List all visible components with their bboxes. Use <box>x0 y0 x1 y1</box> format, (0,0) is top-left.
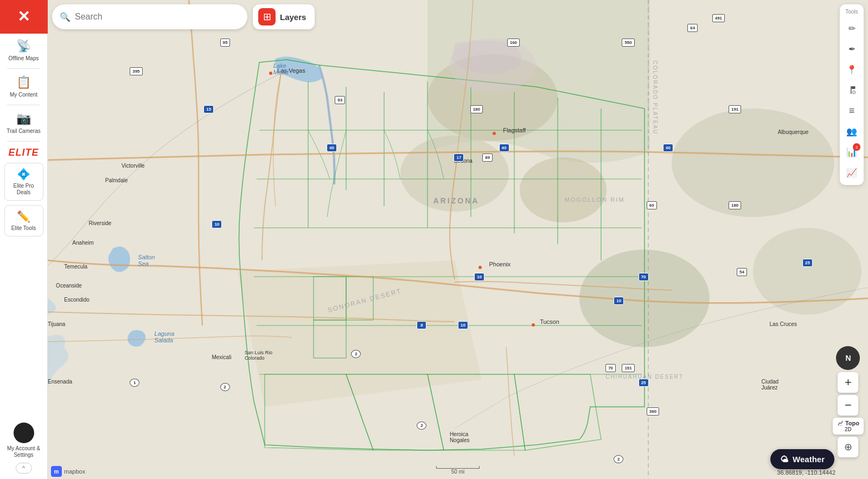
water-label-salton-sea: SaltonSea <box>138 254 155 267</box>
svg-point-5 <box>672 108 834 217</box>
layers-button[interactable]: ⊞ Layers <box>253 4 315 29</box>
zoom-out-button[interactable]: − <box>838 395 858 416</box>
tool-button-draw[interactable]: ✏ <box>842 18 861 38</box>
tool-button-chart[interactable]: 📊 3 <box>842 142 861 162</box>
scale-bar-container: 50 mi <box>436 466 480 475</box>
highway-shield-i8: 8 <box>417 321 426 329</box>
zoom-in-button[interactable]: + <box>838 372 858 393</box>
highway-shield-mex2: 2 <box>220 383 230 391</box>
highway-shield-i17: 17 <box>454 154 464 162</box>
sidebar-item-my-content[interactable]: 📋 My Content <box>0 70 48 104</box>
highway-shield-us550: 550 <box>622 39 634 47</box>
city-label-temecula: Temecula <box>64 264 87 270</box>
city-dot-flagstaff <box>493 132 496 135</box>
tool-button-waypoint[interactable]: 📍 <box>842 60 861 79</box>
map-svg <box>48 0 868 479</box>
chevron-up-icon: ^ <box>22 465 25 471</box>
highway-shield-i40-3: 40 <box>663 144 673 152</box>
divider-3 <box>7 141 40 142</box>
map-background[interactable]: Flagstaff Phoenix Sedona Tucson Las Vega… <box>48 0 868 479</box>
chart-badge: 3 <box>853 143 860 151</box>
topbar: 🔍 ⊞ Layers <box>52 4 864 29</box>
flag-icon <box>847 85 857 95</box>
tool-button-stats[interactable]: 📈 <box>842 163 861 182</box>
city-label-ciudad-juarez: CiudadJuárez <box>761 379 778 391</box>
tool-button-people[interactable]: 👥 <box>842 122 861 141</box>
highway-shield-i10-1: 10 <box>474 273 484 281</box>
collapse-sidebar-button[interactable]: ^ <box>16 463 32 474</box>
highway-shield-us70: 70 <box>605 364 616 372</box>
tool-button-pen[interactable]: ✒ <box>842 39 861 59</box>
close-button[interactable]: ✕ <box>0 0 48 34</box>
elite-tools-label: Elite Tools <box>11 225 36 232</box>
topo-sub-label: 2D <box>845 426 852 432</box>
topo-icon <box>837 420 844 426</box>
highway-shield-i25: 25 <box>639 379 649 387</box>
highway-shield-i15: 15 <box>203 105 214 113</box>
layers-icon-wrap: ⊞ <box>258 8 276 25</box>
map-controls: N + − Topo 2D ⊕ <box>833 346 864 457</box>
water-label-lake-mead: LakeMead <box>273 62 289 75</box>
tool-button-route[interactable]: ≡ <box>842 101 861 120</box>
close-icon: ✕ <box>17 9 30 24</box>
city-label-riverside: Riverside <box>89 220 112 226</box>
water-label-laguna-salada: LagunaSalada <box>155 330 175 343</box>
sidebar: ✕ 📡 Offline Maps 📋 My Content 📷 Trail Ca… <box>0 0 48 479</box>
tools-panel-title: Tools <box>845 7 858 18</box>
trail-cameras-label: Trail Cameras <box>7 128 40 135</box>
divider-1 <box>7 68 40 69</box>
highway-shield-us380: 380 <box>647 407 659 416</box>
pin-icon: 📍 <box>846 65 857 75</box>
highway-shield-i10-5: 10 <box>614 297 624 305</box>
tools-panel: Tools ✏ ✒ 📍 ≡ 👥 📊 3 📈 <box>840 4 864 185</box>
city-label-albuquerque: Albuquerque <box>778 129 809 135</box>
search-input[interactable] <box>75 12 240 22</box>
route-icon: ≡ <box>849 105 855 117</box>
sidebar-item-trail-cameras[interactable]: 📷 Trail Cameras <box>0 106 48 140</box>
highway-shield-us180-2: 180 <box>729 201 741 209</box>
sidebar-item-elite-tools[interactable]: ✏️ Elite Tools <box>4 205 43 237</box>
scale-label: 50 mi <box>451 469 464 475</box>
highway-shield-mex1: 1 <box>130 379 139 387</box>
region-label-colorado-plateau: COLORADO PLATEAU <box>652 60 658 135</box>
city-dot-phoenix <box>478 266 482 269</box>
people-icon: 👥 <box>846 126 857 137</box>
highway-shield-az2-3: 2 <box>351 350 361 358</box>
offline-maps-label: Offline Maps <box>9 55 39 62</box>
compass-button[interactable]: N <box>836 346 860 370</box>
search-box[interactable]: 🔍 <box>52 4 247 29</box>
highway-shield-i10-2: 70 <box>639 273 649 281</box>
city-label-flagstaff: Flagstaff <box>503 127 526 133</box>
city-label-victorville: Victorville <box>122 163 145 169</box>
highway-shield-us60: 60 <box>647 201 657 209</box>
highway-shield-us93: 93 <box>335 96 345 104</box>
highway-shield-i40-2: 40 <box>499 144 509 152</box>
highway-shield-i40-1: 40 <box>327 144 337 152</box>
mapbox-logo-icon: m <box>51 466 62 477</box>
highway-shield-us89: 89 <box>482 154 493 162</box>
weather-button[interactable]: 🌤 Weather <box>770 449 834 469</box>
locate-button[interactable]: ⊕ <box>838 437 858 457</box>
city-label-heroica: HeroicaNogales <box>450 431 470 443</box>
topo-toggle[interactable]: Topo 2D <box>833 418 864 435</box>
avatar <box>14 423 34 443</box>
highway-shield-i25-2: 25 <box>802 259 813 267</box>
svg-point-2 <box>520 157 607 222</box>
region-label-mogollon: MOGOLLON RIM <box>565 196 625 203</box>
plus-icon: + <box>845 375 852 389</box>
sidebar-item-elite-pro-deals[interactable]: 💠 Elite Pro Deals <box>4 163 43 201</box>
city-label-escondido: Escondido <box>64 297 90 303</box>
highway-shield-az2-2: 2 <box>614 455 623 463</box>
sidebar-item-offline-maps[interactable]: 📡 Offline Maps <box>0 34 48 67</box>
minus-icon: − <box>845 398 852 412</box>
elite-tools-icon: ✏️ <box>17 210 30 223</box>
highway-shield-us191-2: 191 <box>622 364 634 372</box>
search-icon: 🔍 <box>60 12 71 22</box>
offline-maps-icon: 📡 <box>16 39 31 53</box>
highway-shield-us95: 95 <box>220 39 231 47</box>
city-label-tijuana: Tijuana <box>48 321 65 327</box>
topo-label: Topo <box>845 420 859 426</box>
tool-button-flag[interactable] <box>842 80 861 100</box>
city-label-phoenix: Phoenix <box>489 261 510 267</box>
city-label-tucson: Tucson <box>540 318 559 325</box>
